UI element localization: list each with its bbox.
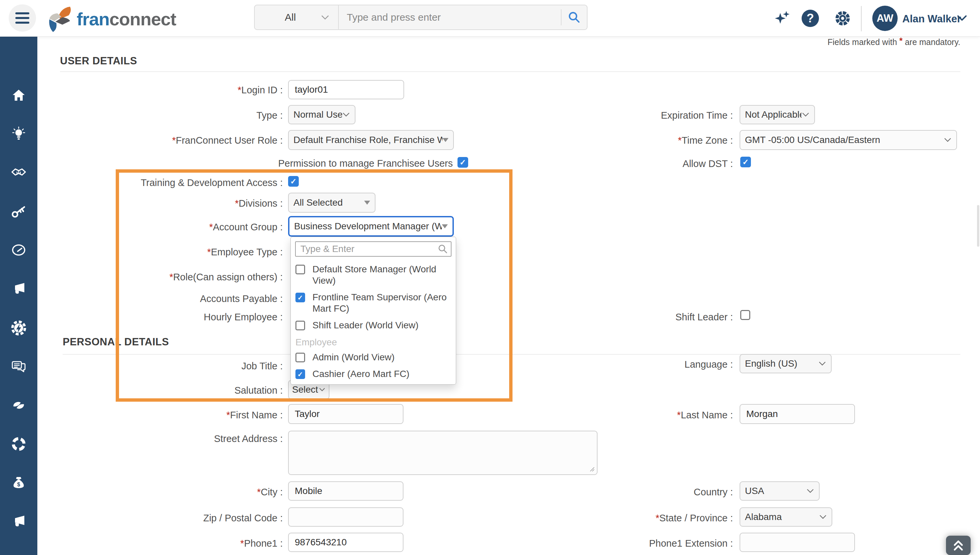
sidebar-item-announcements[interactable] bbox=[0, 514, 37, 530]
allow-dst-checkbox[interactable]: ✓ bbox=[740, 157, 751, 167]
street-address-label: Street Address : bbox=[37, 433, 283, 445]
last-name-input[interactable] bbox=[740, 404, 855, 424]
zip-label: Zip / Postal Code : bbox=[37, 512, 283, 524]
chevron-down-icon bbox=[944, 137, 952, 143]
account-group-dropdown: Default Store Manager (World View)✓Front… bbox=[291, 237, 456, 385]
sidebar-item-campaigns[interactable] bbox=[0, 281, 37, 297]
speedometer-icon bbox=[10, 242, 27, 258]
training-access-label: Training & Development Access : bbox=[37, 176, 283, 189]
logo-wordmark[interactable]: franconnect bbox=[77, 9, 176, 29]
user-menu-chevron-icon[interactable] bbox=[956, 14, 968, 22]
salutation-label: Salutation : bbox=[37, 384, 283, 396]
allow-dst-label: Allow DST : bbox=[533, 158, 733, 170]
time-zone-select[interactable]: GMT -05:00 US/Canada/Eastern bbox=[740, 130, 957, 150]
scrollbar-thumb[interactable] bbox=[977, 205, 979, 247]
first-name-input[interactable] bbox=[288, 404, 403, 424]
svg-text:$: $ bbox=[17, 482, 20, 487]
scroll-to-top-button[interactable] bbox=[946, 536, 971, 555]
franconnect-user-role-select[interactable]: Default Franchise Role, Franchise W… bbox=[288, 130, 454, 150]
job-title-label: Job Title : bbox=[37, 360, 283, 372]
sidebar-item-access[interactable] bbox=[0, 203, 37, 219]
chevron-down-icon bbox=[802, 112, 810, 117]
chevron-down-icon bbox=[342, 112, 350, 117]
header-divider bbox=[861, 6, 862, 31]
home-icon bbox=[11, 87, 27, 103]
sidebar-item-brand[interactable] bbox=[0, 397, 37, 413]
sidebar-item-messages[interactable] bbox=[0, 359, 37, 375]
login-id-input[interactable] bbox=[288, 80, 404, 99]
state-province-select[interactable]: Alabama bbox=[740, 507, 832, 527]
permission-label: Permission to manage Franchisee Users bbox=[37, 157, 453, 169]
option-checkbox[interactable] bbox=[296, 353, 305, 363]
dropdown-arrow-icon bbox=[442, 138, 448, 142]
sidebar-item-support[interactable] bbox=[0, 436, 37, 452]
menu-button[interactable] bbox=[9, 4, 36, 32]
double-chevron-up-icon bbox=[951, 538, 966, 553]
swoosh-icon bbox=[11, 397, 27, 413]
megaphone-icon bbox=[11, 514, 27, 530]
chat-icon bbox=[10, 359, 27, 375]
country-label: Country : bbox=[533, 486, 733, 498]
sidebar-item-partners[interactable] bbox=[0, 165, 37, 181]
account-group-option[interactable]: Shift Leader (World View) bbox=[291, 317, 456, 334]
ai-sparkle-icon[interactable] bbox=[774, 10, 791, 27]
language-label: Language : bbox=[533, 358, 733, 371]
option-label: Admin (World View) bbox=[312, 352, 394, 363]
left-sidebar: $ bbox=[0, 37, 37, 555]
language-select[interactable]: English (US) bbox=[740, 354, 832, 373]
settings-gear-icon[interactable] bbox=[834, 9, 851, 27]
dropdown-search-input[interactable] bbox=[295, 241, 451, 257]
search-button[interactable] bbox=[562, 11, 587, 24]
expiration-time-label: Expiration Time : bbox=[533, 109, 733, 121]
expiration-time-select[interactable]: Not Applicable bbox=[740, 105, 815, 124]
chevron-down-icon bbox=[321, 14, 329, 20]
money-bag-icon: $ bbox=[11, 475, 27, 491]
sidebar-item-finance[interactable]: $ bbox=[0, 475, 37, 491]
sidebar-item-performance[interactable] bbox=[0, 242, 37, 258]
account-group-option[interactable]: Admin (World View) bbox=[291, 349, 456, 366]
fc-user-role-label: *FranConnect User Role : bbox=[37, 134, 283, 146]
phone1-extension-input[interactable] bbox=[740, 533, 855, 552]
chevron-down-icon bbox=[319, 387, 325, 392]
phone1-label: *Phone1 : bbox=[37, 537, 283, 549]
employee-type-label: *Employee Type : bbox=[37, 246, 283, 258]
account-group-option[interactable]: Default Store Manager (World View) bbox=[291, 261, 456, 289]
option-checkbox[interactable]: ✓ bbox=[296, 293, 305, 302]
option-label: Cashier (Aero Mart FC) bbox=[312, 368, 410, 380]
avatar[interactable]: AW bbox=[872, 6, 898, 31]
option-checkbox[interactable] bbox=[296, 321, 305, 330]
country-select[interactable]: USA bbox=[740, 481, 819, 500]
option-checkbox[interactable] bbox=[296, 265, 305, 274]
sidebar-item-automation[interactable] bbox=[0, 320, 37, 336]
sidebar-item-home[interactable] bbox=[0, 87, 37, 103]
training-access-checkbox[interactable]: ✓ bbox=[288, 176, 299, 187]
search-scope-select[interactable]: All bbox=[255, 5, 338, 29]
top-header: franconnect All ? AW Alan Walker bbox=[0, 0, 980, 37]
account-group-select[interactable]: Business Development Manager (W… bbox=[288, 216, 454, 237]
shift-leader-checkbox[interactable] bbox=[740, 310, 750, 320]
city-input[interactable] bbox=[288, 481, 403, 500]
franconnect-logo-icon[interactable] bbox=[47, 3, 73, 34]
zip-input[interactable] bbox=[288, 507, 403, 527]
permission-checkbox[interactable]: ✓ bbox=[458, 157, 468, 168]
help-icon[interactable]: ? bbox=[802, 10, 819, 27]
role-can-assign-label: *Role(Can assign others) : bbox=[37, 271, 283, 283]
user-name[interactable]: Alan Walker bbox=[902, 13, 961, 25]
sidebar-item-ideas[interactable] bbox=[0, 126, 37, 142]
option-checkbox[interactable]: ✓ bbox=[296, 369, 305, 379]
account-group-option[interactable]: ✓Frontline Team Supervisor (Aero Mart FC… bbox=[291, 289, 456, 317]
chevron-down-icon bbox=[806, 488, 814, 494]
city-label: *City : bbox=[37, 486, 283, 498]
dropdown-arrow-icon bbox=[442, 225, 448, 228]
street-address-textarea[interactable] bbox=[288, 431, 598, 475]
global-search-bar: All bbox=[254, 5, 588, 30]
search-input[interactable] bbox=[339, 5, 561, 29]
account-group-option[interactable]: ✓Cashier (Aero Mart FC) bbox=[291, 366, 456, 382]
type-select[interactable]: Normal User bbox=[288, 105, 355, 124]
megaphone-icon bbox=[11, 281, 27, 297]
divisions-select[interactable]: All Selected bbox=[288, 192, 376, 213]
mandatory-note: Fields marked with * are mandatory. bbox=[647, 37, 960, 47]
last-name-label: *Last Name : bbox=[533, 409, 733, 421]
phone1-input[interactable] bbox=[288, 533, 403, 552]
divisions-label: *Divisions : bbox=[37, 197, 283, 209]
